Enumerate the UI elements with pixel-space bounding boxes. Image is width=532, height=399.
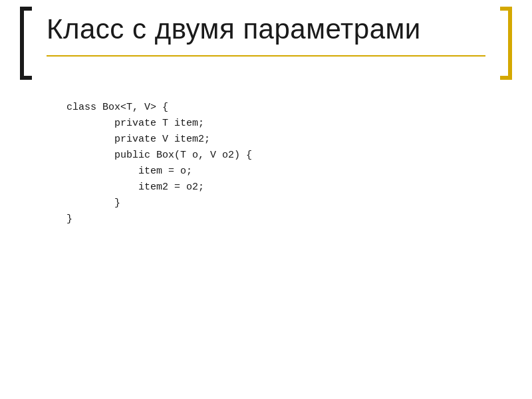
right-bracket-decoration xyxy=(500,7,512,80)
code-block: class Box<T, V> { private T item; privat… xyxy=(66,100,466,227)
left-bracket-decoration xyxy=(20,7,32,80)
code-area: class Box<T, V> { private T item; privat… xyxy=(66,100,466,227)
slide-title-area: Класс с двумя параметрами xyxy=(47,13,485,57)
slide-title: Класс с двумя параметрами xyxy=(47,13,485,45)
